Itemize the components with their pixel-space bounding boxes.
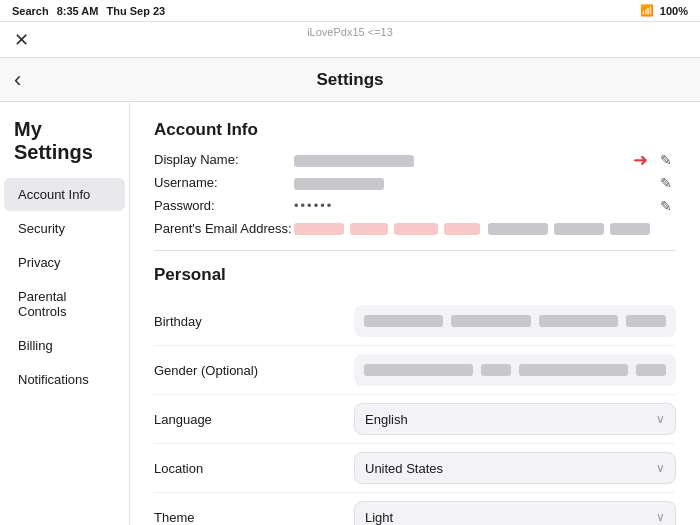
birthday-row: Birthday xyxy=(154,297,676,346)
sidebar-item-account-info[interactable]: Account Info xyxy=(4,178,125,211)
time-label: 8:35 AM xyxy=(57,5,99,17)
status-bar: Search 8:35 AM Thu Sep 23 📶 100% xyxy=(0,0,700,22)
battery-label: 100% xyxy=(660,5,688,17)
sidebar-item-label: Account Info xyxy=(18,187,90,202)
language-value: English xyxy=(365,412,408,427)
location-row: Location United States ∨ xyxy=(154,444,676,493)
location-label: Location xyxy=(154,461,354,476)
parent-email-label: Parent's Email Address: xyxy=(154,221,294,236)
birthday-picker[interactable] xyxy=(354,305,676,337)
gender-label: Gender (Optional) xyxy=(154,363,354,378)
section-separator xyxy=(154,250,676,251)
sidebar-item-notifications[interactable]: Notifications xyxy=(4,363,125,396)
theme-dropdown[interactable]: Light ∨ xyxy=(354,501,676,525)
location-dropdown[interactable]: United States ∨ xyxy=(354,452,676,484)
nav-title: Settings xyxy=(316,70,383,90)
birthday-control[interactable] xyxy=(354,305,676,337)
gender-row: Gender (Optional) xyxy=(154,346,676,395)
gender-picker[interactable] xyxy=(354,354,676,386)
password-label: Password: xyxy=(154,198,294,213)
wifi-icon: 📶 xyxy=(640,4,654,17)
language-dropdown[interactable]: English ∨ xyxy=(354,403,676,435)
sidebar-item-label: Privacy xyxy=(18,255,61,270)
nav-bar: ‹ Settings xyxy=(0,58,700,102)
display-name-row: Display Name: ➜ ✎ xyxy=(154,152,676,167)
birthday-slot-1 xyxy=(364,315,443,327)
sidebar: My Settings Account Info Security Privac… xyxy=(0,102,130,525)
gender-slot-4 xyxy=(636,364,666,376)
birthday-slot-3 xyxy=(539,315,618,327)
birthday-label: Birthday xyxy=(154,314,354,329)
language-row: Language English ∨ xyxy=(154,395,676,444)
gender-slot-2 xyxy=(481,364,511,376)
password-edit-icon[interactable]: ✎ xyxy=(660,198,672,214)
sidebar-item-label: Security xyxy=(18,221,65,236)
username-label: Username: xyxy=(154,175,294,190)
personal-section-title: Personal xyxy=(154,265,676,285)
date-label: Thu Sep 23 xyxy=(106,5,165,17)
email-suffix-blurred2 xyxy=(554,223,604,235)
email-suffix-blurred3 xyxy=(610,223,650,235)
birthday-slot-4 xyxy=(626,315,666,327)
email-pink-3 xyxy=(394,223,438,235)
username-row: Username: ✎ xyxy=(154,175,676,190)
sidebar-item-security[interactable]: Security xyxy=(4,212,125,245)
password-row: Password: •••••• ✎ xyxy=(154,198,676,213)
location-value: United States xyxy=(365,461,443,476)
content-area: Account Info Display Name: ➜ ✎ Username:… xyxy=(130,102,700,525)
sidebar-item-parental-controls[interactable]: Parental Controls xyxy=(4,280,125,328)
gender-slot-1 xyxy=(364,364,473,376)
gender-slot-3 xyxy=(519,364,628,376)
sidebar-item-label: Billing xyxy=(18,338,53,353)
theme-control[interactable]: Light ∨ xyxy=(354,501,676,525)
birthday-slot-2 xyxy=(451,315,530,327)
language-chevron-icon: ∨ xyxy=(656,412,665,426)
main-layout: My Settings Account Info Security Privac… xyxy=(0,102,700,525)
search-label: Search xyxy=(12,5,49,17)
back-button[interactable]: ‹ xyxy=(14,69,21,91)
theme-value: Light xyxy=(365,510,393,525)
theme-row: Theme Light ∨ xyxy=(154,493,676,525)
email-suffix-blurred xyxy=(488,223,548,235)
sidebar-item-label: Notifications xyxy=(18,372,89,387)
page-title: My Settings xyxy=(0,118,129,178)
display-name-value xyxy=(294,155,414,167)
sidebar-item-privacy[interactable]: Privacy xyxy=(4,246,125,279)
display-name-edit-icon[interactable]: ✎ xyxy=(660,152,672,168)
title-bar: ✕ iLovePdx15 <=13 xyxy=(0,22,700,58)
gender-control[interactable] xyxy=(354,354,676,386)
username-edit-icon[interactable]: ✎ xyxy=(660,175,672,191)
account-info-section-title: Account Info xyxy=(154,120,676,140)
email-pink-1 xyxy=(294,223,344,235)
email-pink-4 xyxy=(444,223,480,235)
location-chevron-icon: ∨ xyxy=(656,461,665,475)
email-pink-2 xyxy=(350,223,388,235)
parent-email-row: Parent's Email Address: xyxy=(154,221,676,236)
password-value: •••••• xyxy=(294,198,676,213)
sidebar-item-billing[interactable]: Billing xyxy=(4,329,125,362)
username-value xyxy=(294,178,384,190)
status-left: Search 8:35 AM Thu Sep 23 xyxy=(12,5,165,17)
red-arrow-icon: ➜ xyxy=(633,149,648,171)
theme-chevron-icon: ∨ xyxy=(656,510,665,524)
theme-label: Theme xyxy=(154,510,354,525)
language-control[interactable]: English ∨ xyxy=(354,403,676,435)
status-right: 📶 100% xyxy=(640,4,688,17)
app-name-label: iLovePdx15 <=13 xyxy=(307,26,393,38)
display-name-label: Display Name: xyxy=(154,152,294,167)
language-label: Language xyxy=(154,412,354,427)
sidebar-item-label: Parental Controls xyxy=(18,289,66,319)
location-control[interactable]: United States ∨ xyxy=(354,452,676,484)
close-button[interactable]: ✕ xyxy=(14,31,29,49)
